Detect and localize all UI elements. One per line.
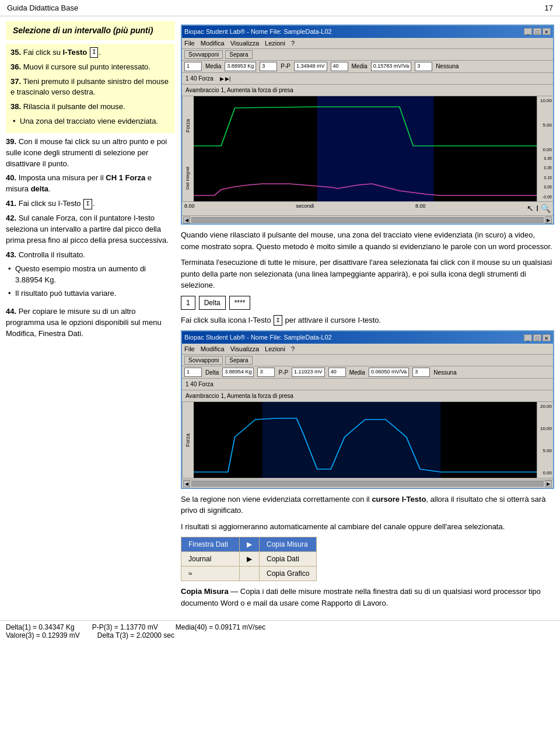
- formulas-line-1: Delta(1) = 0.34347 Kg P-P(3) = 1.13770 m…: [6, 623, 554, 631]
- scroll-left-1[interactable]: ◀: [183, 216, 190, 223]
- menu-copia-grafico[interactable]: Copia Grafico: [260, 567, 317, 581]
- scroll-right-2[interactable]: ▶: [545, 480, 552, 487]
- sovvapponi-btn-1[interactable]: Sovvapponi: [184, 50, 223, 59]
- step-44: 44. Per copiare le misure su di un altro…: [6, 306, 175, 340]
- channel-bar-1: 1 40 Forza ▶ ▶|: [182, 73, 553, 85]
- measurements-bar-2: 1 Delta 3.88954 Kg 3 P-P 1.11023 mV 40 M…: [182, 366, 553, 379]
- scrollbar-1[interactable]: ◀ ▶: [182, 215, 553, 223]
- section-title: Selezione di un intervallo (più punti): [10, 25, 155, 36]
- menu-file-1[interactable]: File: [184, 39, 195, 48]
- scroll-right-1[interactable]: ▶: [545, 216, 552, 223]
- chart-integral-1: Dati Integrali 0.45 0.35 0.15 0.05 -0.05: [182, 155, 553, 201]
- meas-ch3-2: 40: [328, 368, 346, 377]
- steps-39-44: 39. Con il mouse fai click su un altro p…: [6, 137, 175, 340]
- para-block-5: I risultati si aggiorneranno automaticam…: [181, 521, 554, 533]
- separa-btn-1[interactable]: Separa: [225, 50, 252, 59]
- meas-ch4-2: 3: [412, 368, 430, 377]
- menu-arrow-header: ▶: [240, 537, 260, 552]
- meas-ch4-1: 3: [415, 62, 432, 71]
- para-block-4: Se la regione non viene evidenziata corr…: [181, 494, 554, 516]
- svg-rect-2: [262, 402, 441, 478]
- scroll-left-2[interactable]: ◀: [183, 480, 190, 487]
- formulas-line-2: Valore(3) = 0.12939 mV Delta T(3) = 2.02…: [6, 631, 554, 639]
- menu-copia-misura[interactable]: Copia Misura: [260, 537, 317, 552]
- step-36: 36. Muovi il cursore sul punto interessa…: [10, 62, 170, 73]
- i-testo-icon-1: I: [90, 47, 99, 58]
- chart-forza-1: Forza 10.00 5.00 0.00: [182, 96, 553, 155]
- menu-lezioni-1[interactable]: Lezioni: [265, 39, 285, 48]
- minimize-btn-1[interactable]: _: [524, 28, 532, 35]
- meas-val3-2: 0.06050 mV/Va: [369, 368, 409, 377]
- chart-svg-integral-1: [194, 155, 537, 201]
- meas-val2-1: 1.34948 mV: [294, 62, 327, 71]
- step-38: 38. Rilascia il pulsante del mouse.: [10, 102, 170, 113]
- minimize-btn-2[interactable]: _: [524, 334, 532, 341]
- svg-rect-1: [317, 155, 434, 201]
- menu-visualizza-2[interactable]: Visualizza: [230, 344, 259, 354]
- i-testo-icon-3: I: [274, 315, 282, 326]
- menu-modifica-2[interactable]: Modifica: [201, 344, 225, 354]
- menu-finestra-dati[interactable]: Finestra Dati: [181, 537, 240, 552]
- separa-btn-2[interactable]: Separa: [225, 356, 252, 365]
- chart-svg-forza-1: [194, 96, 537, 155]
- chart-bottom-1: 8.00 secondi 8.00 ↖ I 🔍: [182, 201, 553, 215]
- scroll-track-2[interactable]: [191, 481, 544, 487]
- bullet-43b: Il risultato può tuttavia variare.: [6, 288, 175, 299]
- sovvapponi-btn-2[interactable]: Sovvapponi: [184, 356, 223, 365]
- win-buttons-2: _ □ ✕: [524, 334, 551, 341]
- close-btn-1[interactable]: ✕: [542, 28, 551, 35]
- meas-val3-1: 0.15783 mV/Va: [371, 62, 411, 71]
- step-35: 35. Fai click su I-Testo I.: [10, 47, 170, 58]
- right-axis-integral-1: 0.45 0.35 0.15 0.05 -0.05: [537, 155, 553, 201]
- meas-ch2-2: 3: [257, 368, 275, 377]
- menu-copia-dati[interactable]: Copia Dati: [260, 552, 317, 567]
- maximize-btn-1[interactable]: □: [533, 28, 541, 35]
- menu-lezioni-2[interactable]: Lezioni: [265, 344, 285, 354]
- formulas-bar: Delta(1) = 0.34347 Kg P-P(3) = 1.13770 m…: [0, 620, 560, 642]
- toolbar-1: Sovvapponi Separa: [182, 49, 553, 61]
- menu-row-journal: Journal ▶ Copia Dati: [181, 552, 317, 567]
- step-40: 40. Imposta una misura per il CH 1 Forza…: [6, 173, 175, 195]
- close-btn-2[interactable]: ✕: [542, 334, 551, 341]
- menu-help-1[interactable]: ?: [291, 39, 295, 48]
- right-column: Biopac Student Lab® - Nome File: SampleD…: [181, 21, 554, 613]
- y-label-forza-1: Forza: [182, 96, 194, 155]
- menu-screenshot: Finestra Dati ▶ Copia Misura Journal ▶ C…: [181, 537, 554, 581]
- copia-misura-bold: Copia Misura: [181, 587, 229, 596]
- menu-help-2[interactable]: ?: [291, 344, 295, 354]
- menu-visualizza-1[interactable]: Visualizza: [230, 39, 259, 48]
- meas-val2-2: 1.11023 mV: [292, 368, 325, 377]
- maximize-btn-2[interactable]: □: [533, 334, 541, 341]
- bullet-38: Una zona del tracciato viene evidenziata…: [10, 116, 170, 127]
- left-column: Selezione di un intervallo (più punti) 3…: [6, 21, 175, 613]
- menu-journal[interactable]: Journal: [181, 552, 240, 567]
- menubar-2: File Modifica Visualizza Lezioni ?: [182, 344, 553, 355]
- step-44-container: 44. Per copiare le misure su di un altro…: [6, 306, 175, 340]
- menu-row-header: Finestra Dati ▶ Copia Misura: [181, 537, 317, 552]
- steps-35-38: 35. Fai click su I-Testo I. 36. Muovi il…: [6, 44, 175, 133]
- titlebar-1: Biopac Student Lab® - Nome File: SampleD…: [182, 26, 553, 38]
- formula-pp3: P-P(3) = 1.13770 mV: [92, 623, 158, 631]
- right-axis-2: 20.00 10.00 5.00 0.00: [537, 402, 553, 478]
- header-left: Guida Didattica Base: [7, 4, 78, 12]
- chart-content-2: [194, 402, 537, 478]
- menu-modifica-1[interactable]: Modifica: [201, 39, 225, 48]
- i-testo-icon-2: I: [83, 199, 92, 209]
- formula-deltat3: Delta T(3) = 2.02000 sec: [97, 631, 174, 639]
- scroll-track-1[interactable]: [191, 217, 544, 223]
- meas-ch1-2: 1: [184, 368, 202, 377]
- toolbar-2: Sovvapponi Separa: [182, 355, 553, 366]
- measurements-bar-1: 1 Media 3.88953 Kg 3 P-P 1.34948 mV 40 M…: [182, 61, 553, 73]
- meas-val1-1: 3.88953 Kg: [225, 62, 256, 71]
- delta-label: Delta: [199, 296, 226, 310]
- formula-delta1: Delta(1) = 0.34347 Kg: [6, 623, 75, 631]
- para-block-2: Terminata l'esecuzione di tutte le misur…: [181, 257, 554, 291]
- scrollbar-2[interactable]: ◀ ▶: [182, 480, 553, 488]
- formula-valore3: Valore(3) = 0.12939 mV: [6, 631, 80, 639]
- screenshot-2: Biopac Student Lab® - Nome File: SampleD…: [181, 330, 554, 489]
- chart-svg-2: [194, 402, 537, 478]
- menu-file-2[interactable]: File: [184, 344, 195, 354]
- meas-ch2-1: 3: [260, 62, 277, 71]
- delta-num: 1: [181, 296, 195, 310]
- menu-arrow-approx: [240, 567, 260, 581]
